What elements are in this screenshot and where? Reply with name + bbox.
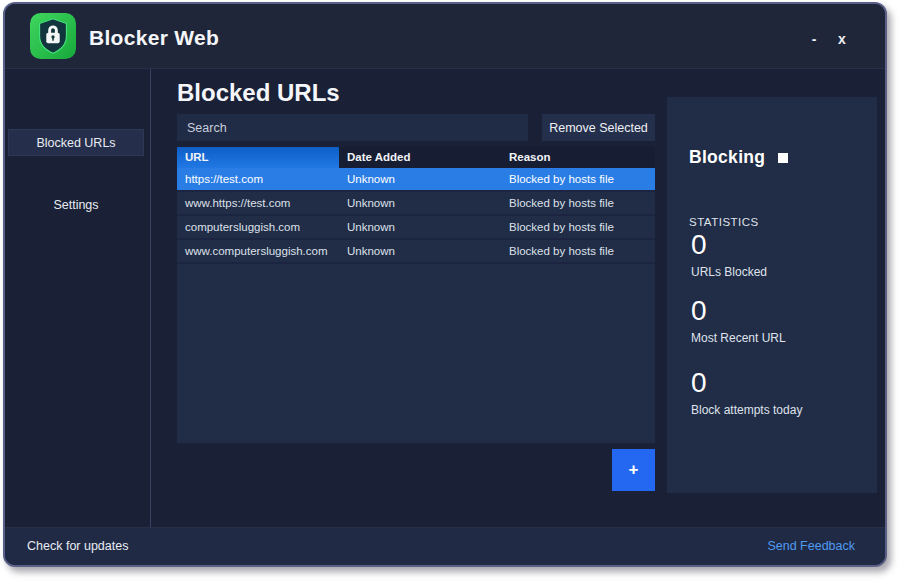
remove-selected-button[interactable]: Remove Selected <box>542 114 655 141</box>
table-row[interactable]: https://test.com Unknown Blocked by host… <box>177 168 655 192</box>
stat-value: 0 <box>691 229 767 261</box>
stat-label: Most Recent URL <box>691 331 786 345</box>
sidebar-item-settings[interactable]: Settings <box>8 192 144 219</box>
close-button[interactable]: x <box>831 28 853 50</box>
app-title: Blocker Web <box>89 26 219 50</box>
cell-date-added: Unknown <box>339 240 501 262</box>
cell-url: www.https://test.com <box>177 192 339 214</box>
cell-reason: Blocked by hosts file <box>501 216 655 238</box>
add-url-button[interactable]: + <box>612 449 655 491</box>
table-row[interactable]: computersluggish.com Unknown Blocked by … <box>177 216 655 240</box>
table-header-row: URL Date Added Reason <box>177 147 655 168</box>
stat-most-recent-url: 0 Most Recent URL <box>691 295 786 345</box>
check-for-updates-link[interactable]: Check for updates <box>27 539 128 553</box>
table-row[interactable]: www.computersluggish.com Unknown Blocked… <box>177 240 655 264</box>
stat-urls-blocked: 0 URLs Blocked <box>691 229 767 279</box>
cell-date-added: Unknown <box>339 168 501 190</box>
cell-reason: Blocked by hosts file <box>501 240 655 262</box>
column-header-url[interactable]: URL <box>177 147 339 168</box>
cell-url: https://test.com <box>177 168 339 190</box>
cell-reason: Blocked by hosts file <box>501 192 655 214</box>
stat-value: 0 <box>691 295 786 327</box>
send-feedback-link[interactable]: Send Feedback <box>767 539 855 553</box>
table-row[interactable]: www.https://test.com Unknown Blocked by … <box>177 192 655 216</box>
stat-value: 0 <box>691 367 802 399</box>
stat-label: Block attempts today <box>691 403 802 417</box>
blocking-status-panel: Blocking STATISTICS 0 URLs Blocked 0 Mos… <box>667 97 877 493</box>
cell-url: www.computersluggish.com <box>177 240 339 262</box>
status-bar: Check for updates Send Feedback <box>5 527 885 565</box>
statistics-heading: STATISTICS <box>689 216 759 228</box>
sidebar-divider <box>150 69 151 527</box>
blocking-checkbox[interactable] <box>778 153 788 163</box>
app-logo-shield-lock-icon <box>30 13 76 59</box>
cell-reason: Blocked by hosts file <box>501 168 655 190</box>
blocking-label: Blocking <box>689 147 765 168</box>
page-title: Blocked URLs <box>177 79 340 107</box>
cell-date-added: Unknown <box>339 192 501 214</box>
stat-label: URLs Blocked <box>691 265 767 279</box>
column-header-reason[interactable]: Reason <box>501 147 655 168</box>
stat-block-attempts-today: 0 Block attempts today <box>691 367 802 417</box>
sidebar-item-blocked-urls[interactable]: Blocked URLs <box>8 129 144 156</box>
cell-date-added: Unknown <box>339 216 501 238</box>
column-header-date-added[interactable]: Date Added <box>339 147 501 168</box>
search-input[interactable] <box>177 114 528 141</box>
title-bar: Blocker Web - x <box>5 4 885 69</box>
blocking-toggle-row: Blocking <box>689 147 788 168</box>
blocked-urls-table: URL Date Added Reason https://test.com U… <box>177 147 655 443</box>
cell-url: computersluggish.com <box>177 216 339 238</box>
app-window: Blocker Web - x Blocked URLs Settings Bl… <box>3 2 887 567</box>
minimize-button[interactable]: - <box>803 28 825 50</box>
